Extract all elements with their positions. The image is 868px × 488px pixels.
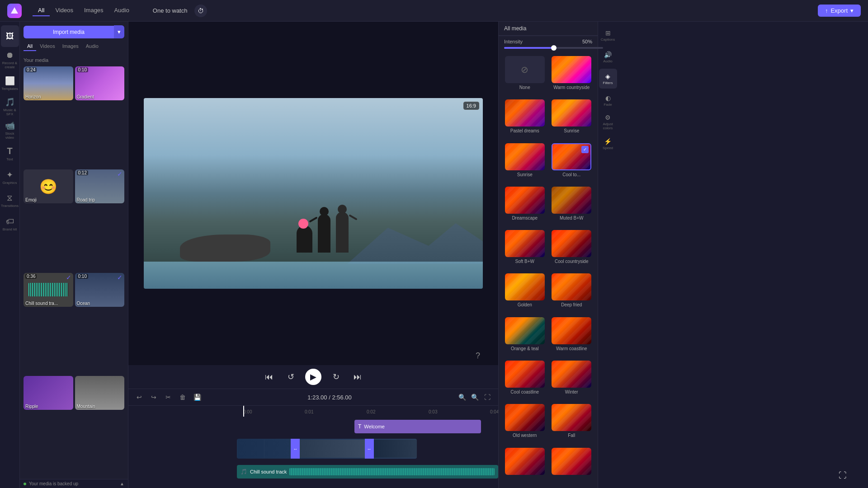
filter-cool-coastline[interactable]: Cool coastline [502, 361, 547, 402]
media-tab-videos[interactable]: Videos [36, 42, 58, 51]
filter-fall[interactable]: Fall [549, 404, 594, 446]
sidebar-item-brand[interactable]: 🏷 Brand kit [1, 213, 19, 235]
filter-winter[interactable]: Winter [549, 361, 594, 402]
captions-icon: ⊞ [605, 29, 611, 37]
filter-golden-thumb [505, 273, 545, 300]
filter-pastel-dreams[interactable]: Pastel dreams [502, 99, 547, 141]
filter-sunrise-1[interactable]: Sunrise [549, 99, 594, 141]
cut-button[interactable]: ✂ [163, 392, 174, 403]
media-filter-tabs: All Videos Images Audio [24, 42, 124, 51]
filter-none-label: None [519, 85, 530, 90]
media-item-chill[interactable]: 0:36 Chill sound tra... ✓ [24, 273, 73, 307]
clock-icon[interactable]: ⏱ [194, 5, 207, 17]
filter-sunrise-2-thumb [505, 143, 545, 170]
skip-start-button[interactable]: ⏮ [262, 370, 276, 384]
media-item-ocean[interactable]: 0:10 Ocean ✓ [75, 273, 125, 307]
filter-warm-countryside[interactable]: Warm countryside [549, 56, 594, 98]
tab-images[interactable]: Images [79, 5, 109, 16]
filter-muted-bw[interactable]: Muted B+W [549, 187, 594, 228]
filter-none[interactable]: ⊘ None [502, 56, 547, 98]
video-scene [144, 98, 483, 289]
filter-soft-bw[interactable]: Soft B+W [502, 230, 547, 272]
selected-check-icon: ✓ [581, 146, 589, 153]
split-marker-right[interactable]: ↔ [365, 439, 374, 459]
filter-warm-coastline[interactable]: Warm coastline [549, 317, 594, 359]
sidebar-item-text[interactable]: T Text [1, 143, 19, 164]
skip-end-button[interactable]: ⏭ [350, 370, 365, 384]
rewind-button[interactable]: ↺ [283, 370, 298, 384]
audio-track-row: 🎵 Chill sound track [128, 463, 498, 481]
intensity-slider[interactable] [504, 47, 603, 49]
filter-sunrise-2[interactable]: Sunrise [502, 143, 547, 185]
sidebar-item-music[interactable]: 🎵 Music & SFX [1, 96, 19, 117]
filter-bottom-1[interactable] [502, 448, 547, 484]
speed-icon: ⚡ [604, 138, 612, 145]
media-item-ripple[interactable]: Ripple [24, 376, 73, 410]
sidebar-item-templates[interactable]: ⬜ Templates [1, 72, 19, 94]
filter-cool-countryside-selected[interactable]: ✓ Cool to... [549, 143, 594, 185]
redo-button[interactable]: ↪ [148, 392, 159, 403]
fast-forward-button[interactable]: ↻ [329, 370, 343, 384]
undo-button[interactable]: ↩ [134, 392, 145, 403]
media-item-mountain[interactable]: Mountain [75, 376, 125, 410]
water [144, 262, 483, 289]
filter-bottom-2[interactable] [549, 448, 594, 484]
filter-dreamscape[interactable]: Dreamscape [502, 187, 547, 228]
intensity-value: 50% [582, 39, 592, 44]
import-media-arrow-button[interactable]: ▾ [114, 25, 124, 38]
tab-videos[interactable]: Videos [50, 5, 79, 16]
zoom-controls: 🔍 🔍 ⛶ [457, 392, 493, 403]
filter-winter-thumb [552, 361, 591, 388]
filter-deep-fried[interactable]: Deep fried [549, 273, 594, 315]
sidebar-item-record[interactable]: ⏺ Record & create [1, 49, 19, 70]
media-tab-all[interactable]: All [24, 42, 36, 51]
sidebar-item-captions[interactable]: ⊞ Captions [599, 25, 617, 45]
media-duration: 0:36 [25, 274, 37, 279]
filter-cool-countryside-2[interactable]: Cool countryside [549, 230, 594, 272]
fit-button[interactable]: ⛶ [482, 392, 493, 403]
sidebar-item-audio[interactable]: 🔊 Audio [599, 47, 617, 67]
media-item-emoji[interactable]: 😊 Emoji [24, 169, 73, 203]
tab-audio[interactable]: Audio [109, 5, 135, 16]
sidebar-item-filters[interactable]: ◈ Filters [599, 69, 617, 89]
record-label: Record & create [1, 61, 19, 69]
import-media-button[interactable]: Import media [24, 26, 114, 38]
chevron-up-icon[interactable]: ▲ [120, 481, 124, 486]
sidebar-item-transitions[interactable]: ⧖ Transitions [1, 190, 19, 211]
check-icon: ✓ [117, 170, 123, 178]
media-item-horizon[interactable]: 0:24 Horizon [24, 66, 73, 100]
sidebar-item-adjust[interactable]: ⚙ Adjust colors [599, 112, 617, 132]
video-clip-1[interactable]: ↔ ↔ [237, 439, 417, 459]
backup-indicator [24, 483, 26, 485]
audio-label: Audio [603, 59, 612, 63]
check-icon: ✓ [66, 274, 71, 281]
media-tab-audio[interactable]: Audio [82, 42, 102, 51]
title-clip[interactable]: T Welcome [354, 420, 481, 433]
play-button[interactable]: ▶ [305, 369, 321, 385]
filter-golden[interactable]: Golden [502, 273, 547, 315]
media-tab-images[interactable]: Images [59, 42, 82, 51]
media-label: Ocean [77, 301, 90, 306]
sidebar-item-stock[interactable]: 📹 Stock video [1, 119, 19, 141]
audio-clip[interactable]: 🎵 Chill sound track [237, 465, 498, 479]
media-icon: 🖼 [6, 32, 14, 41]
media-item-road-trip[interactable]: 0:12 Road trip ✓ [75, 169, 125, 203]
zoom-out-button[interactable]: 🔍 [457, 392, 467, 403]
save-button[interactable]: 💾 [192, 392, 203, 403]
tab-all[interactable]: All [33, 5, 50, 16]
filter-muted-bw-label: Muted B+W [560, 216, 584, 221]
zoom-in-button[interactable]: 🔍 [469, 392, 480, 403]
filter-orange-teal[interactable]: Orange & teal [502, 317, 547, 359]
export-button[interactable]: ↑ Export ▾ [818, 5, 861, 17]
intensity-thumb[interactable] [551, 45, 557, 51]
help-button[interactable]: ? [476, 351, 480, 361]
split-marker-left[interactable]: ↔ [291, 439, 300, 459]
sidebar-item-fade[interactable]: ◐ Fade [599, 90, 617, 110]
sidebar-item-media[interactable]: 🖼 [1, 25, 19, 47]
sidebar-item-graphics[interactable]: ✦ Graphics [1, 166, 19, 188]
media-item-gradient[interactable]: 0:10 Gradient [75, 66, 125, 100]
delete-button[interactable]: 🗑 [177, 392, 188, 403]
aspect-ratio-badge[interactable]: 16:9 [463, 102, 479, 110]
sidebar-item-speed[interactable]: ⚡ Speed [599, 134, 617, 154]
filter-old-western[interactable]: Old western [502, 404, 547, 446]
